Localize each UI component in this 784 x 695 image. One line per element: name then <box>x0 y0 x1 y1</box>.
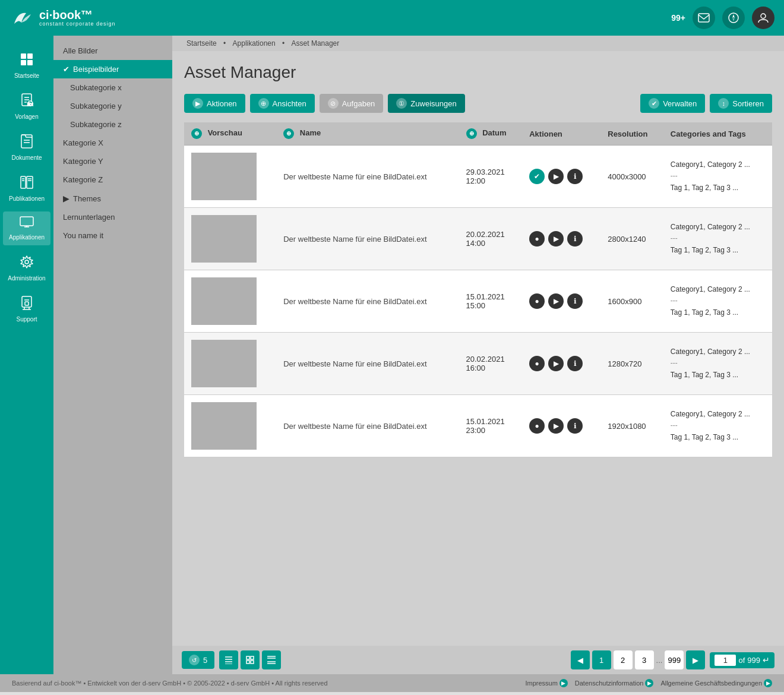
sidebar-item-publikationen[interactable]: Publikationen <box>3 170 50 207</box>
page-999-button[interactable]: 999 <box>665 650 684 669</box>
startseite-label: Startseite <box>14 72 39 79</box>
action2-icon-4[interactable]: ▶ <box>548 418 564 434</box>
kategorie-y-label: Kategorie Y <box>63 157 103 166</box>
datenschutz-link[interactable]: Datenschutzinformation ▶ <box>575 679 654 687</box>
preview-thumb-3 <box>191 340 257 387</box>
action3-icon-4[interactable]: ℹ <box>567 418 583 434</box>
page-nav: ◀ 1 2 3 ... 999 ▶ <box>571 650 706 669</box>
sidebar-item-applikationen[interactable]: Applikationen <box>3 211 50 245</box>
page-1-button[interactable]: 1 <box>592 650 611 669</box>
sidebar-item-subkategorie-x[interactable]: Subkategorie x <box>53 78 172 97</box>
user-button[interactable] <box>752 7 774 29</box>
sidebar-item-subkategorie-z[interactable]: Subkategorie z <box>53 115 172 134</box>
aktionen-button[interactable]: ▶ Aktionen <box>184 94 245 113</box>
col-categories: Categories and Tags <box>663 122 772 146</box>
col-name[interactable]: ⊕ Name <box>276 122 459 146</box>
sidebar-item-subkategorie-y[interactable]: Subkategorie y <box>53 97 172 115</box>
page-input[interactable] <box>715 655 736 666</box>
asset-table: ⊕ Vorschau ⊕ Name ⊕ Datum Aktionen <box>184 122 772 457</box>
next-page-button[interactable]: ▶ <box>686 650 705 669</box>
cell-actions-3: ● ▶ ℹ <box>522 333 600 395</box>
action1-icon-4[interactable]: ● <box>529 418 545 434</box>
action1-icon-1[interactable]: ● <box>529 231 545 247</box>
header: ci·book™ constant corporate design 99+ <box>0 0 784 36</box>
cat-tags-2: Category1, Category 2 ... --- Tag 1, Tag… <box>671 284 765 318</box>
sidebar-item-startseite[interactable]: Startseite <box>3 48 50 84</box>
col-datum[interactable]: ⊕ Datum <box>459 122 523 146</box>
startseite-icon <box>20 52 34 70</box>
sidebar-item-kategorie-x[interactable]: Kategorie X <box>53 134 172 152</box>
sidebar-item-kategorie-y[interactable]: Kategorie Y <box>53 152 172 170</box>
action3-icon-3[interactable]: ℹ <box>567 356 583 371</box>
resolution-text-0: 4000x3000 <box>608 172 656 181</box>
compass-button[interactable] <box>722 7 745 29</box>
main-layout: Startseite Rx Vorlagen Dokumente Publika… <box>0 36 784 674</box>
action1-icon-3[interactable]: ● <box>529 356 545 371</box>
action2-icon-1[interactable]: ▶ <box>548 231 564 247</box>
datum-sort-icon: ⊕ <box>466 128 477 139</box>
col-vorschau[interactable]: ⊕ Vorschau <box>184 122 276 146</box>
sidebar-item-alle-bilder[interactable]: Alle Bilder <box>53 42 172 60</box>
action3-icon-2[interactable]: ℹ <box>567 293 583 309</box>
svg-rect-40 <box>246 661 249 664</box>
content-area: Startseite • Applikationen • Asset Manag… <box>172 36 784 674</box>
name-sort-icon: ⊕ <box>283 128 294 139</box>
list-view-button[interactable] <box>219 650 238 669</box>
svg-point-4 <box>761 14 766 18</box>
grid-view-button[interactable] <box>241 650 260 669</box>
sidebar-item-you-name-it[interactable]: You name it <box>53 226 172 245</box>
prev-page-button[interactable]: ◀ <box>571 650 590 669</box>
preview-thumb-1 <box>191 215 257 263</box>
action1-icon-0[interactable]: ✔ <box>529 169 545 184</box>
page-2-button[interactable]: 2 <box>614 650 633 669</box>
aufgaben-label: Aufgaben <box>342 99 375 108</box>
sortieren-button[interactable]: ↕ Sortieren <box>710 94 772 113</box>
cell-date-2: 15.01.202115:00 <box>459 270 523 333</box>
sidebar-item-themes[interactable]: ▶ Themes <box>53 189 172 208</box>
action3-icon-0[interactable]: ℹ <box>567 169 583 184</box>
aktionen-icon: ▶ <box>192 98 203 109</box>
sidebar-item-kategorie-z[interactable]: Kategorie Z <box>53 170 172 189</box>
ansichten-button[interactable]: ⊕ Ansichten <box>250 94 315 113</box>
beispielbilder-label: Beispielbilder <box>73 65 119 74</box>
page-3-button[interactable]: 3 <box>635 650 654 669</box>
action2-icon-3[interactable]: ▶ <box>548 356 564 371</box>
per-page-button[interactable]: ↺ 5 <box>182 651 214 669</box>
agb-link[interactable]: Allgemeine Geschäftsbedingungen ▶ <box>660 679 772 687</box>
asset-name-2: Der weltbeste Name für eine BildDatei.ex… <box>283 297 451 306</box>
asset-date-0: 29.03.202112:00 <box>466 168 516 185</box>
verwalten-label: Verwalten <box>663 99 697 108</box>
toolbar: ▶ Aktionen ⊕ Ansichten ⊘ Aufgaben ① Zuwe… <box>184 94 772 113</box>
sidebar-item-support[interactable]: Support <box>3 291 50 327</box>
preview-thumb-4 <box>191 402 257 450</box>
aufgaben-button[interactable]: ⊘ Aufgaben <box>320 94 384 113</box>
svg-marker-3 <box>732 18 735 21</box>
cell-resolution-1: 2800x1240 <box>600 208 663 270</box>
category-sidebar: Alle Bilder ✔ Beispielbilder Subkategori… <box>53 36 172 674</box>
table-row: Der weltbeste Name für eine BildDatei.ex… <box>184 146 772 208</box>
header-actions: 99+ <box>671 7 774 29</box>
verwalten-button[interactable]: ✔ Verwalten <box>640 94 705 113</box>
sidebar-item-dokumente[interactable]: Dokumente <box>3 129 50 166</box>
support-label: Support <box>16 316 37 323</box>
action2-icon-0[interactable]: ▶ <box>548 169 564 184</box>
action3-icon-1[interactable]: ℹ <box>567 231 583 247</box>
sidebar-item-beispielbilder[interactable]: ✔ Beispielbilder <box>53 60 172 78</box>
svg-rect-24 <box>20 217 33 226</box>
sidebar-item-lernunterlagen[interactable]: Lernunterlagen <box>53 208 172 226</box>
action1-icon-2[interactable]: ● <box>529 293 545 309</box>
col-resolution: Resolution <box>600 122 663 146</box>
email-button[interactable] <box>693 7 715 29</box>
sidebar-item-administration[interactable]: Administration <box>3 250 50 286</box>
action2-icon-2[interactable]: ▶ <box>548 293 564 309</box>
sidebar-item-vorlagen[interactable]: Rx Vorlagen <box>3 89 50 125</box>
zuweisungen-button[interactable]: ① Zuweisungen <box>388 94 464 113</box>
aktionen-label: Aktionen <box>207 99 237 108</box>
split-view-icon <box>267 656 276 664</box>
datenschutz-label: Datenschutzinformation <box>575 680 644 687</box>
go-to-page-button[interactable]: ↵ <box>763 655 770 665</box>
logo-name: ci·book™ <box>39 9 116 21</box>
split-view-button[interactable] <box>262 650 281 669</box>
page-dots: ... <box>656 656 663 665</box>
impressum-link[interactable]: Impressum ▶ <box>525 679 567 687</box>
